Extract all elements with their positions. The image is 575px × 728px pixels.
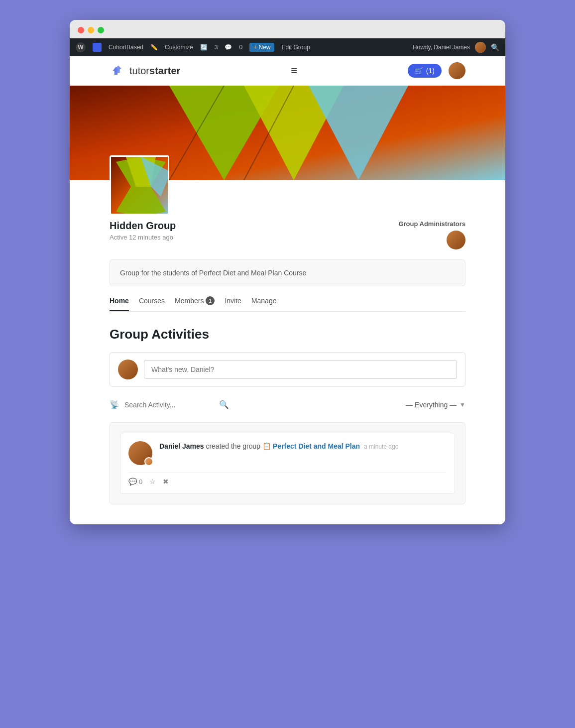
search-activity-button[interactable]: 🔍 (219, 400, 229, 409)
activity-text: Daniel James created the group 📋 Perfect… (159, 441, 398, 452)
howdy-text: Howdy, Daniel James (413, 44, 470, 51)
group-admins-label: Group Administrators (398, 220, 465, 228)
browser-window: W CohortBased ✏️ Customize 🔄 3 💬 0 + New… (70, 20, 505, 524)
group-nav: Home Courses Members 1 Invite Manage (110, 296, 465, 312)
activity-group-name[interactable]: Perfect Diet and Meal Plan (273, 441, 360, 452)
rss-icon[interactable]: 📡 (110, 400, 119, 409)
group-avatar (110, 155, 169, 215)
delete-button[interactable]: ✖ (163, 478, 169, 485)
cohortbased-icon (93, 43, 102, 52)
browser-chrome (70, 20, 505, 38)
activity-item: Daniel James created the group 📋 Perfect… (120, 433, 455, 494)
activity-avatar-badge (144, 457, 153, 466)
maximize-button[interactable] (98, 27, 104, 33)
activity-user-avatar (128, 441, 152, 465)
nav-home[interactable]: Home (110, 296, 129, 311)
filter-left: 📡 🔍 (110, 400, 229, 409)
comment-icon: 💬 (128, 478, 137, 485)
admin-bar-right: Howdy, Daniel James 🔍 (413, 42, 499, 53)
wordpress-icon[interactable]: W (76, 42, 86, 52)
members-badge: 1 (206, 296, 215, 305)
group-emoji-icon: 📋 (262, 441, 271, 452)
site-logo: tutorstarter (110, 65, 180, 77)
comment-count: 0 (139, 478, 142, 485)
group-admin-avatar[interactable] (447, 231, 465, 249)
admin-bar-left: W CohortBased ✏️ Customize 🔄 3 💬 0 + New… (76, 42, 310, 52)
group-name: Hidden Group (110, 220, 176, 232)
activity-group-link: 📋 Perfect Diet and Meal Plan (262, 441, 360, 452)
admin-bar: W CohortBased ✏️ Customize 🔄 3 💬 0 + New… (70, 38, 505, 56)
user-avatar-header[interactable] (449, 62, 465, 79)
logo-text: tutorstarter (129, 65, 180, 77)
header-right: 🛒 (1) (408, 62, 465, 79)
star-icon: ☆ (149, 478, 156, 485)
everything-label: — Everything — (406, 401, 457, 409)
cart-icon: 🛒 (415, 67, 423, 75)
activity-input-row (110, 352, 465, 387)
hamburger-menu[interactable]: ≡ (291, 64, 297, 77)
section-title: Group Activities (110, 327, 465, 342)
activity-input[interactable] (144, 360, 457, 379)
cart-button[interactable]: 🛒 (1) (408, 64, 442, 78)
revisions-link[interactable]: 3 (215, 44, 218, 51)
dropdown-arrow-icon: ▼ (460, 401, 465, 408)
group-description: Group for the students of Perfect Diet a… (110, 259, 465, 286)
search-icon: 🔍 (219, 400, 229, 409)
nav-manage[interactable]: Manage (251, 296, 277, 311)
filter-row: 📡 🔍 — Everything — ▼ (110, 395, 465, 414)
tutor-logo-icon (110, 65, 125, 77)
main-content: Group Activities 📡 🔍 — Everything — ▼ (70, 327, 505, 524)
edit-group-link[interactable]: Edit Group (281, 44, 310, 51)
search-icon[interactable]: 🔍 (491, 43, 499, 51)
activity-item-header: Daniel James created the group 📋 Perfect… (128, 441, 447, 465)
nav-members[interactable]: Members 1 (175, 296, 215, 311)
activity-username[interactable]: Daniel James (159, 442, 204, 450)
delete-icon: ✖ (163, 478, 169, 485)
comments-link[interactable]: 0 (239, 44, 242, 51)
star-button[interactable]: ☆ (149, 478, 156, 485)
search-activity-input[interactable] (124, 401, 214, 409)
cart-count: (1) (426, 67, 435, 75)
everything-filter-button[interactable]: — Everything — ▼ (406, 401, 465, 409)
activity-actions: 💬 0 ☆ ✖ (128, 472, 447, 485)
minimize-button[interactable] (88, 27, 94, 33)
group-details: Hidden Group Active 12 minutes ago (110, 220, 176, 241)
activity-time: a minute ago (364, 443, 398, 450)
activity-feed: Daniel James created the group 📋 Perfect… (110, 422, 465, 504)
new-button[interactable]: + New (249, 43, 274, 52)
group-active-status: Active 12 minutes ago (110, 234, 176, 241)
group-admins: Group Administrators (398, 220, 465, 249)
group-profile: Hidden Group Active 12 minutes ago Group… (70, 180, 505, 259)
traffic-lights (78, 27, 104, 33)
nav-courses[interactable]: Courses (139, 296, 165, 311)
close-button[interactable] (78, 27, 84, 33)
current-user-avatar (118, 360, 138, 379)
comment-button[interactable]: 💬 0 (128, 478, 142, 485)
filter-right: — Everything — ▼ (406, 401, 465, 409)
cohortbased-link[interactable]: CohortBased (109, 44, 143, 51)
nav-invite[interactable]: Invite (225, 296, 241, 311)
customize-link[interactable]: Customize (165, 44, 193, 51)
site-header: tutorstarter ≡ 🛒 (1) (70, 56, 505, 86)
admin-avatar[interactable] (475, 42, 486, 53)
